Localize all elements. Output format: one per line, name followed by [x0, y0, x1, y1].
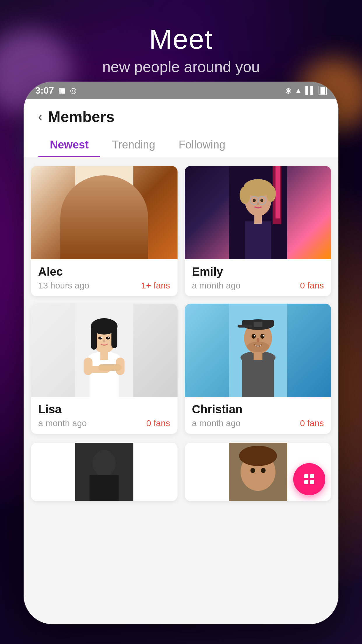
member-time-christian: a month ago: [192, 418, 241, 428]
tab-newest[interactable]: Newest: [38, 131, 100, 157]
svg-point-47: [103, 340, 105, 342]
svg-point-30: [257, 202, 259, 205]
svg-point-13: [98, 200, 101, 204]
svg-point-11: [110, 187, 121, 200]
person-silhouette-lisa: [31, 304, 178, 397]
sim-icon: ▦: [58, 86, 66, 95]
notification-icon: ◎: [70, 86, 77, 95]
fab-button[interactable]: [293, 463, 325, 495]
svg-rect-41: [91, 326, 97, 350]
svg-rect-18: [275, 166, 280, 218]
svg-rect-55: [238, 325, 252, 328]
status-right: ◉ ▲ ▌▌ █: [285, 86, 327, 95]
status-bar: 3:07 ▦ ◎ ◉ ▲ ▌▌ █: [24, 82, 338, 99]
phone-frame: 3:07 ▦ ◎ ◉ ▲ ▌▌ █ ‹ Members: [24, 82, 338, 624]
member-info-lisa: Lisa a month ago 0 fans: [31, 397, 178, 434]
member-fans-emily: 0 fans: [300, 281, 324, 290]
member-name-alec: Alec: [38, 265, 170, 278]
member-photo-lisa: [31, 304, 178, 397]
hero-section: Meet new people around you: [0, 0, 362, 76]
partial-photo-left: [31, 443, 178, 501]
svg-point-12: [92, 205, 116, 219]
tab-trending[interactable]: Trending: [100, 131, 167, 157]
wifi-icon: ▲: [295, 86, 302, 94]
member-meta-lisa: a month ago 0 fans: [38, 418, 170, 428]
svg-point-14: [107, 200, 110, 204]
svg-rect-72: [310, 474, 314, 478]
tab-following[interactable]: Following: [167, 131, 237, 157]
svg-point-44: [106, 337, 110, 340]
member-card-emily[interactable]: Emily a month ago 0 fans: [185, 166, 331, 296]
member-card-christian[interactable]: Christian a month ago 0 fans: [185, 304, 331, 434]
svg-point-8: [90, 187, 118, 221]
svg-point-29: [260, 199, 263, 202]
member-card-alec[interactable]: Alec 13 hours ago 1+ fans: [31, 166, 178, 296]
svg-point-62: [256, 338, 259, 342]
member-name-lisa: Lisa: [38, 403, 170, 416]
svg-rect-71: [304, 474, 308, 478]
svg-rect-42: [111, 326, 117, 348]
svg-point-60: [254, 335, 255, 337]
partial-card-left[interactable]: [31, 443, 178, 501]
member-info-emily: Emily a month ago 0 fans: [185, 259, 331, 296]
svg-rect-56: [254, 322, 262, 327]
svg-rect-0: [75, 166, 133, 259]
header-nav: ‹ Members: [38, 108, 324, 131]
svg-point-70: [261, 468, 266, 473]
member-fans-christian: 0 fans: [300, 418, 324, 428]
status-left: 3:07 ▦ ◎: [35, 85, 77, 96]
svg-rect-2: [87, 224, 122, 259]
svg-point-9: [89, 179, 119, 200]
page-title: Members: [48, 108, 114, 125]
svg-point-1: [85, 218, 123, 259]
member-meta-christian: a month ago 0 fans: [192, 418, 324, 428]
svg-point-28: [253, 199, 256, 202]
member-photo-emily: [185, 166, 331, 259]
member-time-emily: a month ago: [192, 281, 241, 290]
tabs-container: Newest Trending Following: [24, 131, 338, 157]
svg-point-68: [239, 446, 277, 466]
member-time-lisa: a month ago: [38, 418, 87, 428]
svg-point-46: [108, 337, 109, 338]
svg-rect-37: [98, 364, 122, 371]
svg-rect-32: [89, 358, 119, 397]
member-fans-alec: 1+ fans: [141, 281, 170, 290]
app-content: ‹ Members Newest Trending Following: [24, 99, 338, 624]
svg-rect-19: [245, 221, 271, 259]
member-photo-christian: [185, 304, 331, 397]
member-name-christian: Christian: [192, 403, 324, 416]
fab-icon: [302, 472, 317, 487]
person-silhouette-christian: [185, 304, 331, 397]
battery-icon: █: [319, 86, 327, 95]
member-card-lisa[interactable]: Lisa a month ago 0 fans: [31, 304, 178, 434]
svg-rect-65: [89, 475, 119, 501]
svg-point-15: [103, 204, 106, 208]
svg-point-64: [92, 450, 116, 476]
member-time-alec: 13 hours ago: [38, 281, 89, 290]
phone-wrapper: 3:07 ▦ ◎ ◉ ▲ ▌▌ █ ‹ Members: [24, 82, 338, 624]
member-info-christian: Christian a month ago 0 fans: [185, 397, 331, 434]
svg-point-69: [250, 468, 255, 473]
member-meta-emily: a month ago 0 fans: [192, 281, 324, 290]
svg-point-59: [260, 334, 264, 339]
hero-title: Meet: [0, 23, 362, 55]
svg-point-23: [240, 186, 250, 204]
partial-card-right[interactable]: [185, 443, 331, 501]
member-photo-alec: [31, 166, 178, 259]
person-silhouette-alec: [31, 166, 178, 259]
partial-cards-row: [24, 443, 338, 510]
location-icon: ◉: [285, 86, 291, 94]
person-silhouette-emily: [185, 166, 331, 259]
member-fans-lisa: 0 fans: [146, 418, 170, 428]
svg-point-45: [101, 337, 102, 338]
svg-point-57: [247, 342, 269, 352]
svg-point-24: [266, 186, 276, 202]
svg-point-58: [252, 334, 256, 339]
svg-rect-73: [304, 480, 308, 484]
member-info-alec: Alec 13 hours ago 1+ fans: [31, 259, 178, 296]
app-header: ‹ Members: [24, 99, 338, 131]
hero-subtitle: new people around you: [0, 58, 362, 76]
member-meta-alec: 13 hours ago 1+ fans: [38, 281, 170, 290]
back-button[interactable]: ‹: [38, 110, 42, 123]
svg-point-61: [262, 335, 264, 337]
